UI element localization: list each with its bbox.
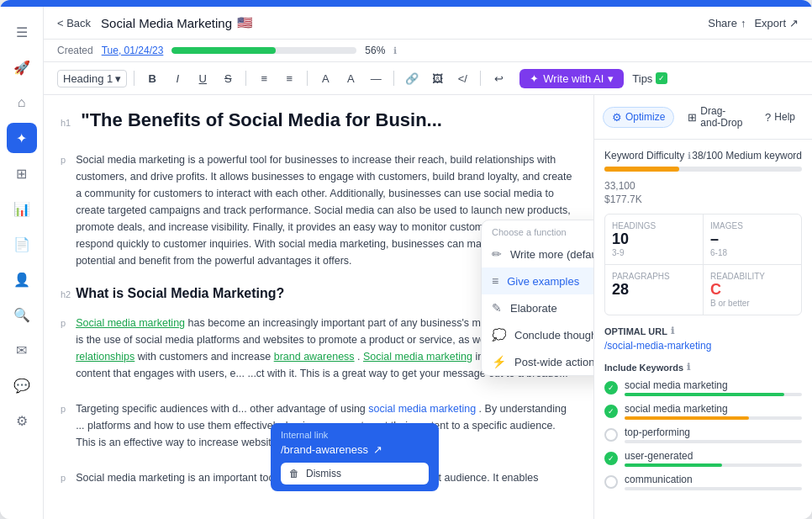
- undo-button[interactable]: ↩: [488, 67, 509, 89]
- optimize-icon: ⚙: [612, 111, 622, 124]
- share-button[interactable]: Share ↑: [708, 17, 746, 29]
- kw-name-4: user-generated: [625, 450, 802, 462]
- link-popup-url: /brand-awareness ↗: [281, 443, 429, 456]
- link-social-marketing-3[interactable]: social media marketing: [368, 403, 476, 415]
- images-range: 6-18: [710, 248, 794, 257]
- home-icon[interactable]: ⌂: [7, 87, 37, 118]
- link-popup-actions: 🗑 Dismiss: [281, 463, 429, 485]
- chart-icon[interactable]: 📊: [7, 193, 37, 224]
- link-social-marketing-2[interactable]: Social media marketing: [363, 351, 472, 363]
- link-trash-icon[interactable]: 🗑: [289, 468, 299, 479]
- star-icon[interactable]: ✦: [7, 123, 37, 153]
- ai-write-more[interactable]: ✏ Write more (default): [482, 241, 593, 267]
- grid-icon[interactable]: ⊞: [7, 158, 37, 188]
- ai-popup-header: Choose a function: [482, 220, 593, 241]
- headings-label: HEADINGS: [612, 221, 696, 230]
- underline-button[interactable]: U: [192, 67, 214, 89]
- post-wide-icon: ⚡: [492, 355, 506, 368]
- kw-info-4: user-generated: [625, 450, 802, 467]
- menu-icon[interactable]: ☰: [7, 17, 37, 47]
- chat-icon[interactable]: 💬: [7, 370, 37, 400]
- bold-button[interactable]: B: [141, 67, 163, 89]
- metric-paragraphs: PARAGRAPHS 28: [605, 265, 703, 315]
- strikethrough-button[interactable]: S: [217, 67, 239, 89]
- conclude-icon: 💭: [492, 328, 506, 342]
- readability-value: C: [710, 281, 794, 299]
- search-icon[interactable]: 🔍: [7, 299, 37, 330]
- left-sidebar: ☰ 🚀 ⌂ ✦ ⊞ 📊 📄 👤 🔍 ✉ 💬 ⚙: [0, 7, 44, 519]
- kd-value: 38/100 Medium keyword: [692, 150, 802, 162]
- give-examples-icon: ≡: [492, 274, 498, 288]
- kw-item-3: top-performing: [604, 426, 802, 443]
- kd-info-icon[interactable]: ℹ: [688, 151, 691, 162]
- align-center-button[interactable]: —: [365, 67, 387, 89]
- kw-check-3: [604, 428, 618, 442]
- write-ai-button[interactable]: ✦ Write with AI ▾: [519, 69, 624, 88]
- rocket-icon[interactable]: 🚀: [7, 52, 37, 82]
- optimal-url-section: OPTIMAL URL ℹ /social-media-marketing: [604, 326, 802, 352]
- right-panel-content: Keyword Difficulty ℹ 38/100 Medium keywo…: [594, 140, 812, 519]
- tab-optimize[interactable]: ⚙ Optimize: [603, 107, 674, 128]
- link-brand-awareness[interactable]: brand awareness: [274, 351, 355, 363]
- toolbar-divider-5: [480, 71, 481, 86]
- ai-post-wide-actions[interactable]: ⚡ Post-wide actions: [482, 348, 593, 375]
- tab-drag-drop[interactable]: ⊞ Drag-and-Drop: [679, 102, 751, 132]
- export-button[interactable]: Export ↗: [754, 17, 799, 29]
- editor-area[interactable]: h1 "The Benefits of Social Media for Bus…: [44, 95, 593, 519]
- p3-label: p: [61, 404, 66, 414]
- p1-label: p: [61, 155, 66, 165]
- tab-help[interactable]: ? Help: [757, 108, 804, 127]
- kw-item-1: ✓ social media marketing: [604, 379, 802, 396]
- list1-button[interactable]: ≡: [253, 67, 275, 89]
- italic-button[interactable]: I: [166, 67, 188, 89]
- paragraphs-label: PARAGRAPHS: [612, 272, 696, 281]
- keyword-difficulty-row: Keyword Difficulty ℹ 38/100 Medium keywo…: [604, 150, 802, 162]
- kw-info-3: top-performing: [625, 426, 802, 443]
- kw-info-icon[interactable]: ℹ: [687, 362, 690, 373]
- images-value: –: [710, 230, 794, 248]
- align-right-button[interactable]: A: [340, 67, 361, 89]
- align-left-button[interactable]: A: [314, 67, 336, 89]
- url-info-icon[interactable]: ℹ: [671, 326, 674, 336]
- write-more-icon: ✏: [492, 247, 502, 261]
- header-actions: Share ↑ Export ↗: [708, 17, 799, 29]
- ai-conclude-thought[interactable]: 💭 Conclude thought: [482, 321, 593, 348]
- images-label: IMAGES: [710, 221, 794, 230]
- doc-title: Social Media Marketing 🇺🇸: [101, 15, 253, 30]
- created-label: Created: [57, 45, 93, 56]
- h1-label: h1: [61, 118, 71, 128]
- list2-button[interactable]: ≡: [278, 67, 300, 89]
- link-social-marketing[interactable]: Social media marketing: [76, 317, 185, 329]
- ai-give-examples[interactable]: ≡ Give examples: [482, 267, 593, 294]
- kw-item-5: communication: [604, 474, 802, 490]
- user-icon[interactable]: 👤: [7, 264, 37, 294]
- tips-checkbox[interactable]: ✓: [656, 72, 667, 84]
- link-popup-label: Internal link: [281, 430, 429, 440]
- dismiss-button[interactable]: Dismiss: [306, 468, 341, 479]
- kw-check-5: [604, 475, 618, 489]
- settings-icon[interactable]: ⚙: [7, 405, 37, 436]
- link-button[interactable]: 🔗: [401, 67, 423, 89]
- metric-headings: HEADINGS 10 3-9: [605, 214, 703, 264]
- kw-name-5: communication: [625, 474, 802, 485]
- p2-label: p: [61, 318, 66, 328]
- ai-elaborate[interactable]: ✎ Elaborate: [482, 294, 593, 321]
- readability-sub: B or better: [710, 299, 794, 308]
- drag-drop-icon: ⊞: [688, 111, 697, 124]
- internal-link-popup: Internal link /brand-awareness ↗ 🗑 Dismi…: [271, 423, 439, 491]
- image-button[interactable]: 🖼: [426, 67, 448, 89]
- document-icon[interactable]: 📄: [7, 229, 37, 259]
- code-button[interactable]: </: [451, 67, 473, 89]
- created-date[interactable]: Tue, 01/24/23: [102, 45, 164, 56]
- help-icon: ?: [765, 111, 771, 124]
- info-icon[interactable]: ℹ: [393, 45, 397, 56]
- heading-select[interactable]: Heading 1 ▾: [57, 70, 127, 87]
- link-relationships[interactable]: relationships: [76, 351, 134, 363]
- right-tabs: ⚙ Optimize ⊞ Drag-and-Drop ? Help: [594, 95, 812, 140]
- back-button[interactable]: < Back: [57, 17, 91, 29]
- kw-info-5: communication: [625, 474, 802, 490]
- kd-label: Keyword Difficulty ℹ: [604, 150, 691, 162]
- metric-readability: READABILITY C B or better: [704, 265, 801, 315]
- mail-icon[interactable]: ✉: [7, 335, 37, 365]
- toolbar-divider-3: [307, 71, 308, 86]
